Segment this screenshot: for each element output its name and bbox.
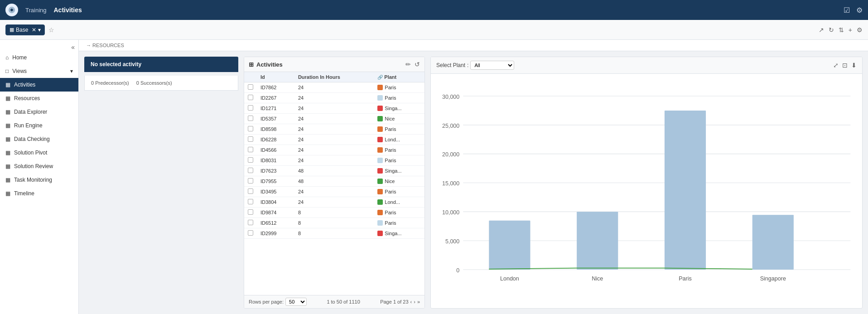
sidebar-item-solution-pivot[interactable]: ▦ Solution Pivot <box>0 146 78 159</box>
pagination-info: 1 to 50 of 1110 <box>327 299 360 304</box>
edit-activities-icon[interactable]: ✏ <box>405 61 411 68</box>
row-duration: 24 <box>294 124 374 135</box>
row-id: ID1271 <box>257 103 294 114</box>
app-logo[interactable] <box>5 4 18 16</box>
sidebar-item-data-checking[interactable]: ▦ Data Checking <box>0 132 78 146</box>
sidebar-item-activities[interactable]: ▦ Activities <box>0 78 78 92</box>
next-page-button[interactable]: › <box>414 299 415 304</box>
row-checkbox[interactable] <box>244 124 257 135</box>
table-row[interactable]: ID9874 8 Paris <box>244 208 424 218</box>
main-layout: « ⌂ Home □ Views ▾ ▦ Activities ▦ Resour… <box>0 40 868 314</box>
row-checkbox[interactable] <box>244 208 257 218</box>
svg-text:10,000: 10,000 <box>442 209 459 216</box>
activities-table-container[interactable]: Id Duration In Hours 🔗 Plant <box>244 72 424 295</box>
bar-nice[interactable] <box>577 212 618 270</box>
row-checkbox[interactable] <box>244 135 257 145</box>
row-checkbox[interactable] <box>244 93 257 103</box>
table-row[interactable]: ID7955 48 Nice <box>244 176 424 187</box>
row-checkbox[interactable] <box>244 82 257 93</box>
gear-nav-icon[interactable]: ⚙ <box>856 6 863 14</box>
base-tag-label: Base <box>16 27 28 33</box>
plant-link-icon: 🔗 <box>377 75 383 80</box>
row-checkbox[interactable] <box>244 228 257 239</box>
row-checkbox[interactable] <box>244 155 257 166</box>
refresh-icon[interactable]: ↻ <box>829 26 834 34</box>
download-chart-icon[interactable]: ⬇ <box>851 62 857 69</box>
table-row[interactable]: ID3495 24 Paris <box>244 187 424 197</box>
sidebar-label-task-monitoring: Task Monitoring <box>14 177 52 183</box>
table-row[interactable]: ID8031 24 Paris <box>244 155 424 166</box>
row-checkbox[interactable] <box>244 114 257 124</box>
top-nav-right: ☑ ⚙ <box>844 6 863 14</box>
sidebar-item-solution-review[interactable]: ▦ Solution Review <box>0 159 78 173</box>
table-row[interactable]: ID8598 24 Paris <box>244 124 424 135</box>
sidebar-label-views: Views <box>12 68 27 74</box>
bar-singapore[interactable] <box>752 215 794 270</box>
table-row[interactable]: ID5357 24 Nice <box>244 114 424 124</box>
star-icon[interactable]: ☆ <box>48 26 54 34</box>
row-checkbox[interactable] <box>244 166 257 176</box>
rows-per-page-select[interactable]: 50 100 <box>285 298 307 306</box>
reset-activities-icon[interactable]: ↺ <box>415 61 420 68</box>
last-page-button[interactable]: » <box>417 299 420 304</box>
table-row[interactable]: ID6228 24 Lond... <box>244 135 424 145</box>
toolbar-right: ↗ ↻ ⇅ + ⚙ <box>819 26 863 34</box>
resize-chart-icon[interactable]: ⊡ <box>842 62 848 69</box>
row-checkbox[interactable] <box>244 103 257 114</box>
chart-body: 30,000 25,000 20,000 15,000 10,000 5,000… <box>431 74 862 308</box>
bar-london[interactable] <box>489 221 530 270</box>
base-tag-close[interactable]: ✕ <box>32 27 36 33</box>
row-checkbox[interactable] <box>244 197 257 208</box>
sidebar-label-timeline: Timeline <box>14 190 34 197</box>
add-toolbar-icon[interactable]: + <box>849 26 852 34</box>
plant-select[interactable]: All London Nice Paris Singapore <box>470 61 514 70</box>
sidebar-item-resources[interactable]: ▦ Resources <box>0 92 78 105</box>
table-row[interactable]: ID4566 24 Paris <box>244 145 424 155</box>
sidebar-item-home[interactable]: ⌂ Home <box>0 51 78 64</box>
bar-chart: 30,000 25,000 20,000 15,000 10,000 5,000… <box>440 78 853 295</box>
select-plant-control: Select Plant: All London Nice Paris Sing… <box>436 61 514 70</box>
table-row[interactable]: ID2999 8 Singa... <box>244 228 424 239</box>
table-row[interactable]: ID6512 8 Paris <box>244 218 424 228</box>
rows-per-page-label: Rows per page: <box>249 299 284 304</box>
table-row[interactable]: ID7623 48 Singa... <box>244 166 424 176</box>
row-id: ID3495 <box>257 187 294 197</box>
base-tag[interactable]: ▦ Base ✕ ▾ <box>5 24 45 35</box>
table-row[interactable]: ID1271 24 Singa... <box>244 103 424 114</box>
timeline-icon: ▦ <box>5 190 10 197</box>
expand-chart-icon[interactable]: ⤢ <box>833 62 839 69</box>
sidebar-item-views[interactable]: □ Views ▾ <box>0 64 78 78</box>
sidebar-item-run-engine[interactable]: ▦ Run Engine <box>0 119 78 132</box>
row-duration: 24 <box>294 93 374 103</box>
select-plant-label: Select Plant <box>436 62 465 68</box>
solution-pivot-icon: ▦ <box>5 150 10 156</box>
table-row[interactable]: ID7862 24 Paris <box>244 82 424 93</box>
row-id: ID9874 <box>257 208 294 218</box>
predecessor-row: 0 Predecessor(s) 0 Successors(s) <box>84 76 238 91</box>
prev-page-button[interactable]: ‹ <box>410 299 412 304</box>
table-row[interactable]: ID3804 24 Lond... <box>244 197 424 208</box>
row-plant: Paris <box>374 82 424 93</box>
col-plant[interactable]: 🔗 Plant <box>374 72 424 82</box>
checkbox-nav-icon[interactable]: ☑ <box>844 6 850 14</box>
sidebar-item-task-monitoring[interactable]: ▦ Task Monitoring <box>0 173 78 187</box>
sidebar-label-data-explorer: Data Explorer <box>14 109 47 115</box>
row-checkbox[interactable] <box>244 187 257 197</box>
row-duration: 24 <box>294 145 374 155</box>
col-duration[interactable]: Duration In Hours <box>294 72 374 82</box>
col-id[interactable]: Id <box>257 72 294 82</box>
sidebar-item-timeline[interactable]: ▦ Timeline <box>0 187 78 200</box>
settings-toolbar-icon[interactable]: ⚙ <box>857 26 863 34</box>
row-checkbox[interactable] <box>244 218 257 228</box>
share-icon[interactable]: ⇅ <box>839 26 844 34</box>
collapse-button[interactable]: « <box>71 43 75 51</box>
row-id: ID2999 <box>257 228 294 239</box>
external-link-icon[interactable]: ↗ <box>819 26 824 34</box>
row-checkbox[interactable] <box>244 145 257 155</box>
row-checkbox[interactable] <box>244 176 257 187</box>
base-tag-dropdown[interactable]: ▾ <box>38 27 41 33</box>
table-row[interactable]: ID2267 24 Paris <box>244 93 424 103</box>
sidebar-item-data-explorer[interactable]: ▦ Data Explorer <box>0 105 78 119</box>
row-plant: Paris <box>374 93 424 103</box>
bar-paris[interactable] <box>665 111 706 270</box>
